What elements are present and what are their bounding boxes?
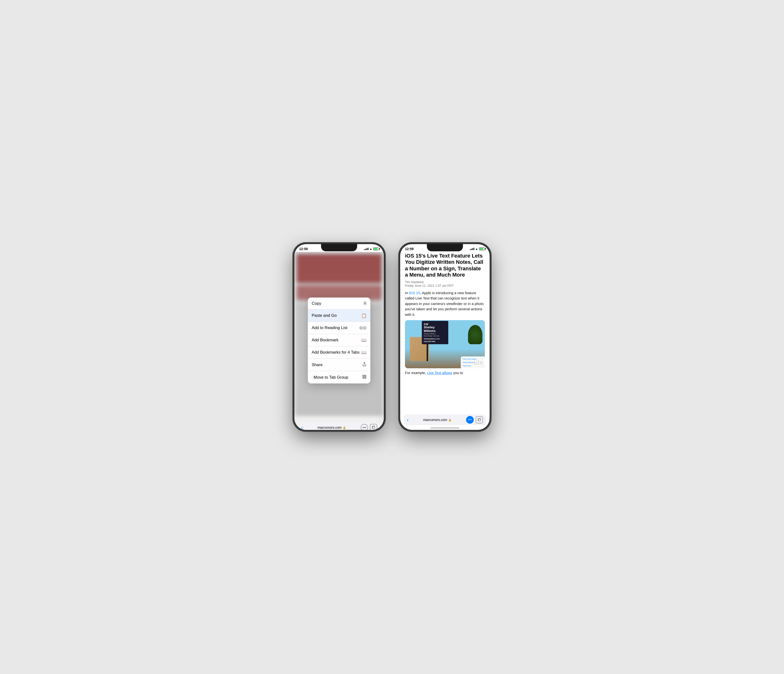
status-icons-2: ▲ xyxy=(470,247,485,251)
article-content: iOS 15's Live Text Feature Lets You Digi… xyxy=(400,252,490,416)
sign-name-text: ShelleyWillems xyxy=(424,326,446,333)
home-indicator-2 xyxy=(431,427,459,429)
svg-rect-0 xyxy=(362,375,364,376)
share-icon xyxy=(362,362,367,368)
notch xyxy=(321,244,357,251)
dots-icon-2: ••• xyxy=(468,418,472,421)
sale-text: ale xyxy=(473,358,482,366)
wifi-icon-2: ▲ xyxy=(475,247,478,251)
status-icons-1: ▲ xyxy=(364,247,379,251)
phone-1: 12:58 ▲ xyxy=(293,243,385,431)
ios15-link[interactable]: iOS 15 xyxy=(409,291,420,295)
bookmark-icon: 📖 xyxy=(361,337,367,343)
blur-block-1 xyxy=(297,254,381,283)
bookmark-label: Add Bookmark xyxy=(312,338,339,343)
share-label: Share xyxy=(312,362,322,367)
svg-rect-7 xyxy=(479,419,481,421)
phone1-background: Copy ⎘ Paste and Go 📋 Add to Reading Lis… xyxy=(294,252,384,430)
tab-group-label: Move to Tab Group xyxy=(314,375,362,380)
article-footer: For example, Live Text allows you to xyxy=(405,371,485,375)
copy-label: Copy xyxy=(312,301,321,306)
svg-rect-5 xyxy=(373,426,375,429)
bookmark-tabs-label: Add Bookmarks for 4 Tabs xyxy=(312,350,359,355)
image-scene: SW ShelleyWillems Shelley WillemsReal Es… xyxy=(405,320,485,368)
menu-item-copy[interactable]: Copy ⎘ xyxy=(308,298,370,310)
menu-item-bookmark[interactable]: Add Bookmark 📖 xyxy=(308,334,370,346)
more-button-1[interactable]: ••• xyxy=(361,424,368,430)
menu-item-tab-group[interactable]: › Move to Tab Group xyxy=(308,371,370,384)
lock-icon-1: 🔒 xyxy=(343,426,346,429)
menu-item-paste-go[interactable]: Paste and Go 📋 xyxy=(308,310,370,322)
tabs-icon-1 xyxy=(372,425,375,430)
signal-icon-2 xyxy=(470,248,474,250)
article-author: Tim Hardwick Friday June 11, 2021 1:37 a… xyxy=(405,280,485,287)
scene: 12:58 ▲ xyxy=(293,243,491,431)
time-1: 12:58 xyxy=(299,247,308,251)
article-title: iOS 15's Live Text Feature Lets You Digi… xyxy=(405,253,485,278)
context-menu: Copy ⎘ Paste and Go 📋 Add to Reading Lis… xyxy=(308,298,370,384)
phone-2: 12:59 ▲ xyxy=(399,243,491,431)
url-text-1: macrumors.com xyxy=(317,426,342,429)
reading-list-label: Add to Reading List xyxy=(312,325,347,330)
sign-phone-text: (415) 555-3046 xyxy=(424,341,446,342)
tab-group-icon xyxy=(362,374,367,380)
back-button-2[interactable]: ‹ xyxy=(407,417,409,423)
sign-sub-text: Shelley WillemsReal Estate Services xyxy=(424,333,446,337)
menu-item-share[interactable]: Share xyxy=(308,359,370,371)
address-bar-1[interactable]: ‹ macrumors.com 🔒 ••• xyxy=(298,422,380,430)
svg-rect-3 xyxy=(365,377,366,378)
address-bar-2[interactable]: ‹ macrumors.com 🔒 ••• xyxy=(404,415,486,425)
live-text-link[interactable]: Live Text allows xyxy=(427,371,453,375)
signal-icon xyxy=(364,248,369,250)
back-button-1[interactable]: ‹ xyxy=(301,425,303,430)
tabs-icon-2 xyxy=(478,418,481,422)
article-image: SW ShelleyWillems Shelley WillemsReal Es… xyxy=(405,320,485,368)
sign-url-text: Shelleywillems.com xyxy=(424,338,446,340)
lock-icon-2: 🔒 xyxy=(448,418,452,421)
paste-go-label: Paste and Go xyxy=(312,313,337,318)
menu-item-bookmark-tabs[interactable]: Add Bookmarks for 4 Tabs 📖 xyxy=(308,346,370,359)
tabs-button-1[interactable] xyxy=(370,424,377,430)
menu-item-reading-list[interactable]: Add to Reading List ⊙⊙ xyxy=(308,322,370,334)
svg-rect-2 xyxy=(362,377,364,378)
svg-rect-1 xyxy=(365,375,366,376)
paste-go-icon: 📋 xyxy=(361,313,367,318)
notch-2 xyxy=(427,244,463,251)
tab-group-arrow: › xyxy=(312,376,313,379)
copy-icon: ⎘ xyxy=(364,301,367,306)
bookmark-tabs-icon: 📖 xyxy=(361,350,367,355)
battery-icon xyxy=(373,248,379,250)
article-body: In iOS 15, Apple is introducing a new fe… xyxy=(405,290,485,318)
trees-decoration xyxy=(468,325,482,344)
dots-icon-1: ••• xyxy=(362,426,366,429)
wifi-icon: ▲ xyxy=(369,247,372,251)
tabs-button-2[interactable] xyxy=(476,416,483,423)
sign-board: SW ShelleyWillems Shelley WillemsReal Es… xyxy=(422,321,448,344)
time-2: 12:59 xyxy=(405,247,414,251)
more-button-2[interactable]: ••• xyxy=(466,416,474,424)
reading-list-icon: ⊙⊙ xyxy=(359,325,367,331)
url-text-2: macrumors.com xyxy=(423,418,447,422)
battery-icon-2 xyxy=(479,248,485,250)
